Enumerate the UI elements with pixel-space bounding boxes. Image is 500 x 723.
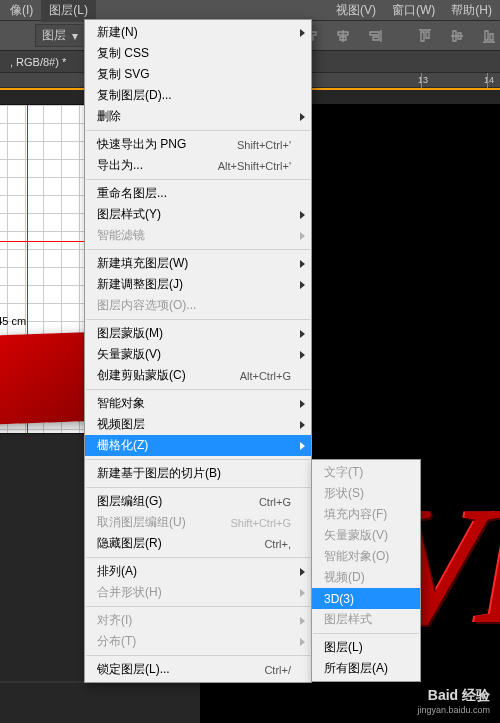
menu-item-shortcut: Ctrl+G — [259, 496, 291, 508]
menu-item-delete[interactable]: 删除 — [85, 106, 311, 127]
menu-item-label: 栅格化(Z) — [97, 437, 291, 454]
menu-item-label: 矢量蒙版(V) — [324, 527, 400, 544]
menu-item-label: 复制图层(D)... — [97, 87, 291, 104]
menu-item-label: 填充内容(F) — [324, 506, 400, 523]
menu-item-copy-svg[interactable]: 复制 SVG — [85, 64, 311, 85]
menu-separator — [86, 655, 310, 656]
submenu-item-video: 视频(D) — [312, 567, 420, 588]
menu-item-new[interactable]: 新建(N) — [85, 22, 311, 43]
menu-item-label: 智能对象 — [97, 395, 291, 412]
menu-item-label: 分布(T) — [97, 633, 291, 650]
menu-image[interactable]: 像(I) — [2, 0, 41, 22]
menu-item-slices[interactable]: 新建基于图层的切片(B) — [85, 463, 311, 484]
menu-item-label: 新建调整图层(J) — [97, 276, 291, 293]
menu-item-copy-layer[interactable]: 复制图层(D)... — [85, 85, 311, 106]
menu-item-arrange[interactable]: 排列(A) — [85, 561, 311, 582]
submenu-item-text: 文字(T) — [312, 462, 420, 483]
menu-item-label: 删除 — [97, 108, 291, 125]
submenu-item-shape: 形状(S) — [312, 483, 420, 504]
menu-item-export-as[interactable]: 导出为...Alt+Shift+Ctrl+' — [85, 155, 311, 176]
menu-item-vector-mask[interactable]: 矢量蒙版(V) — [85, 344, 311, 365]
menu-item-video-layer[interactable]: 视频图层 — [85, 414, 311, 435]
submenu-arrow-icon — [300, 330, 305, 338]
menu-item-export-png[interactable]: 快速导出为 PNGShift+Ctrl+' — [85, 134, 311, 155]
menu-separator — [86, 179, 310, 180]
menu-item-smart-object[interactable]: 智能对象 — [85, 393, 311, 414]
menu-item-label: 快速导出为 PNG — [97, 136, 223, 153]
submenu-item-all-layers[interactable]: 所有图层(A) — [312, 658, 420, 679]
menu-separator — [86, 557, 310, 558]
menu-item-label: 所有图层(A) — [324, 660, 400, 677]
menu-view[interactable]: 视图(V) — [328, 0, 384, 22]
menu-item-lock[interactable]: 锁定图层(L)...Ctrl+/ — [85, 659, 311, 680]
menu-item-label: 文字(T) — [324, 464, 400, 481]
menu-item-label: 创建剪贴蒙版(C) — [97, 367, 226, 384]
menu-item-distribute: 分布(T) — [85, 631, 311, 652]
ruler-tick: 13 — [418, 75, 428, 85]
menu-separator — [86, 319, 310, 320]
align-center-h-icon[interactable] — [332, 25, 354, 47]
menu-item-label: 锁定图层(L)... — [97, 661, 250, 678]
menu-item-label: 对齐(I) — [97, 612, 291, 629]
menu-item-label: 隐藏图层(R) — [97, 535, 250, 552]
submenu-item-fill: 填充内容(F) — [312, 504, 420, 525]
menu-item-label: 智能对象(O) — [324, 548, 400, 565]
menu-window[interactable]: 窗口(W) — [384, 0, 443, 22]
submenu-arrow-icon — [300, 589, 305, 597]
submenu-arrow-icon — [300, 638, 305, 646]
menu-separator — [86, 130, 310, 131]
submenu-arrow-icon — [300, 400, 305, 408]
menu-item-shortcut: Shift+Ctrl+' — [237, 139, 291, 151]
menu-item-label: 图层蒙版(M) — [97, 325, 291, 342]
layers-dropdown[interactable]: 图层 ▾ — [35, 24, 85, 47]
watermark-brand: Baid 经验 — [417, 687, 490, 705]
menu-item-label: 新建基于图层的切片(B) — [97, 465, 291, 482]
menu-item-shortcut: Ctrl+/ — [264, 664, 291, 676]
submenu-arrow-icon — [300, 617, 305, 625]
layers-dropdown-label: 图层 — [42, 27, 66, 44]
menu-item-group[interactable]: 图层编组(G)Ctrl+G — [85, 491, 311, 512]
menu-item-label: 导出为... — [97, 157, 204, 174]
layers-dropdown-menu: 新建(N) 复制 CSS 复制 SVG 复制图层(D)... 删除 快速导出为 … — [84, 19, 312, 683]
menu-item-label: 合并形状(H) — [97, 584, 291, 601]
measure-label: 1 .45 cm — [0, 315, 26, 327]
menu-item-shortcut: Shift+Ctrl+G — [230, 517, 291, 529]
menu-item-new-fill[interactable]: 新建填充图层(W) — [85, 253, 311, 274]
menu-item-new-adjust[interactable]: 新建调整图层(J) — [85, 274, 311, 295]
menu-item-label: 图层内容选项(O)... — [97, 297, 291, 314]
submenu-item-layer-style: 图层样式 — [312, 609, 420, 630]
menu-item-layer-style[interactable]: 图层样式(Y) — [85, 204, 311, 225]
menu-item-layer-content: 图层内容选项(O)... — [85, 295, 311, 316]
menu-item-label: 矢量蒙版(V) — [97, 346, 291, 363]
submenu-item-layer[interactable]: 图层(L) — [312, 637, 420, 658]
menu-item-copy-css[interactable]: 复制 CSS — [85, 43, 311, 64]
menu-separator — [86, 249, 310, 250]
align-bottom-icon[interactable] — [478, 25, 500, 47]
menu-item-hide[interactable]: 隐藏图层(R)Ctrl+, — [85, 533, 311, 554]
align-right-icon[interactable] — [364, 25, 386, 47]
menu-item-label: 视频图层 — [97, 416, 291, 433]
watermark-url: jingyan.baidu.com — [417, 705, 490, 715]
menu-help[interactable]: 帮助(H) — [443, 0, 500, 22]
align-center-v-icon[interactable] — [446, 25, 468, 47]
menu-item-rename[interactable]: 重命名图层... — [85, 183, 311, 204]
submenu-arrow-icon — [300, 281, 305, 289]
submenu-arrow-icon — [300, 232, 305, 240]
submenu-arrow-icon — [300, 568, 305, 576]
ruler-tick: 14 — [484, 75, 494, 85]
ruler-tick-line — [487, 73, 488, 89]
menu-item-label: 3D(3) — [324, 592, 400, 606]
chevron-down-icon: ▾ — [72, 29, 78, 43]
menu-separator — [86, 389, 310, 390]
menu-item-label: 排列(A) — [97, 563, 291, 580]
menu-item-clip-mask[interactable]: 创建剪贴蒙版(C)Alt+Ctrl+G — [85, 365, 311, 386]
watermark: Baid 经验 jingyan.baidu.com — [417, 687, 490, 715]
menu-item-layer-mask[interactable]: 图层蒙版(M) — [85, 323, 311, 344]
menu-item-rasterize[interactable]: 栅格化(Z) — [85, 435, 311, 456]
align-top-icon[interactable] — [414, 25, 436, 47]
submenu-item-3d[interactable]: 3D(3) — [312, 588, 420, 609]
doc-tab[interactable]: , RGB/8#) * — [0, 53, 76, 71]
submenu-arrow-icon — [300, 351, 305, 359]
menu-item-label: 图层样式 — [324, 611, 400, 628]
menu-item-label: 智能滤镜 — [97, 227, 291, 244]
